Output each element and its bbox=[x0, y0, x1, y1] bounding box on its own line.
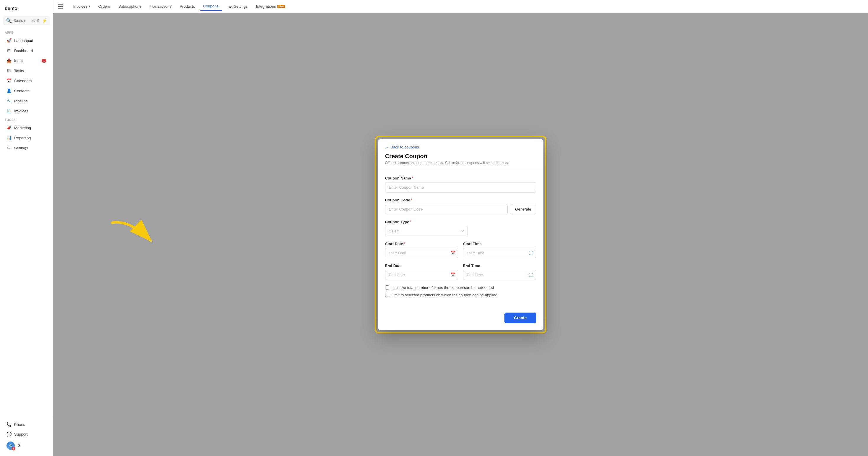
nav-invoices[interactable]: Invoices ▾ bbox=[70, 2, 94, 10]
start-datetime-row: Start Date * 📅 Start Time bbox=[385, 241, 536, 263]
end-date-input[interactable] bbox=[385, 270, 458, 280]
hamburger-line bbox=[58, 4, 63, 5]
tasks-icon: ☑ bbox=[6, 68, 11, 73]
sidebar-item-label: Pipeline bbox=[14, 99, 28, 103]
nav-coupons[interactable]: Coupons bbox=[200, 2, 222, 11]
avatar-badge: 5 bbox=[12, 447, 16, 450]
limit-total-checkbox-item[interactable]: Limit the total number of times the coup… bbox=[385, 285, 536, 290]
lightning-icon: ⚡ bbox=[42, 18, 47, 23]
start-time-input[interactable] bbox=[463, 248, 536, 258]
chevron-down-icon: ▾ bbox=[89, 5, 90, 8]
required-indicator: * bbox=[412, 176, 413, 180]
coupon-name-label: Coupon Name * bbox=[385, 176, 536, 180]
end-time-group: End Time 🕐 bbox=[463, 263, 536, 280]
sidebar-item-notifications[interactable]: G 5 G... bbox=[2, 439, 51, 452]
calendars-icon: 📅 bbox=[6, 78, 11, 83]
main-area: Invoices ▾ Orders Subscriptions Transact… bbox=[53, 0, 868, 456]
search-label: Search bbox=[13, 19, 29, 23]
nav-tax-settings[interactable]: Tax Settings bbox=[223, 2, 251, 10]
hamburger-line bbox=[58, 6, 63, 7]
back-to-coupons-link[interactable]: ← Back to coupons bbox=[385, 145, 536, 149]
start-date-input[interactable] bbox=[385, 248, 458, 258]
end-date-group: End Date 📅 bbox=[385, 263, 458, 280]
modal-body: Coupon Name * Coupon Code * bbox=[378, 170, 544, 309]
modal-subtitle: Offer discounts on one-time products. Su… bbox=[385, 161, 536, 165]
sidebar-item-label: Contacts bbox=[14, 89, 29, 93]
sidebar-item-settings[interactable]: ⚙ Settings bbox=[2, 143, 51, 152]
sidebar-item-label: Inbox bbox=[14, 59, 24, 63]
coupon-type-group: Coupon Type * Select Percentage Fixed Am… bbox=[385, 220, 536, 236]
nav-transactions[interactable]: Transactions bbox=[146, 2, 175, 10]
sidebar-item-inbox[interactable]: 📥 Inbox 1 bbox=[2, 56, 51, 65]
integrations-new-badge: New bbox=[277, 5, 285, 8]
nav-orders[interactable]: Orders bbox=[95, 2, 114, 10]
pipeline-icon: 🔧 bbox=[6, 98, 11, 103]
start-date-wrapper: 📅 bbox=[385, 248, 458, 258]
contacts-icon: 👤 bbox=[6, 88, 11, 93]
sidebar-item-label: Dashboard bbox=[14, 49, 33, 53]
marketing-icon: 📣 bbox=[6, 125, 11, 130]
sidebar-item-label: Support bbox=[14, 432, 28, 436]
modal-overlay: ← Back to coupons Create Coupon Offer di… bbox=[53, 13, 868, 456]
sidebar-item-invoices[interactable]: 🧾 Invoices bbox=[2, 106, 51, 116]
launchpad-icon: 🚀 bbox=[6, 38, 11, 43]
end-time-label: End Time bbox=[463, 263, 536, 268]
sidebar-item-support[interactable]: 💬 Support bbox=[2, 429, 51, 439]
end-date-label: End Date bbox=[385, 263, 458, 268]
start-date-group: Start Date * 📅 bbox=[385, 241, 458, 258]
sidebar-item-launchpad[interactable]: 🚀 Launchpad bbox=[2, 36, 51, 45]
end-time-input[interactable] bbox=[463, 270, 536, 280]
limit-total-checkbox[interactable] bbox=[385, 285, 389, 289]
sidebar-item-label: Tasks bbox=[14, 68, 24, 73]
required-indicator: * bbox=[404, 241, 405, 246]
sidebar-item-marketing[interactable]: 📣 Marketing bbox=[2, 123, 51, 133]
sidebar-item-tasks[interactable]: ☑ Tasks bbox=[2, 66, 51, 76]
phone-icon: 📞 bbox=[6, 422, 11, 427]
sidebar-item-calendars[interactable]: 📅 Calendars bbox=[2, 76, 51, 85]
sidebar-item-label: Marketing bbox=[14, 126, 31, 130]
sidebar-item-label: G... bbox=[18, 444, 23, 448]
end-date-wrapper: 📅 bbox=[385, 270, 458, 280]
sidebar-item-label: Reporting bbox=[14, 136, 31, 140]
generate-button[interactable]: Generate bbox=[510, 204, 536, 215]
coupon-name-input[interactable] bbox=[385, 182, 536, 193]
modal-title: Create Coupon bbox=[385, 153, 536, 160]
coupon-type-select[interactable]: Select Percentage Fixed Amount bbox=[385, 226, 468, 236]
modal-highlight-border: ← Back to coupons Create Coupon Offer di… bbox=[375, 136, 547, 333]
nav-products[interactable]: Products bbox=[176, 2, 198, 10]
tools-section-label: Tools bbox=[0, 116, 53, 123]
required-indicator: * bbox=[410, 220, 412, 224]
sidebar-item-label: Calendars bbox=[14, 79, 32, 83]
start-time-group: Start Time 🕐 bbox=[463, 241, 536, 258]
limit-products-checkbox[interactable] bbox=[385, 293, 389, 297]
apps-section-label: Apps bbox=[0, 29, 53, 35]
end-time-wrapper: 🕐 bbox=[463, 270, 536, 280]
inbox-badge: 1 bbox=[42, 59, 46, 63]
start-time-wrapper: 🕐 bbox=[463, 248, 536, 258]
avatar: G 5 bbox=[6, 441, 15, 450]
coupon-code-label: Coupon Code * bbox=[385, 198, 536, 202]
start-time-label: Start Time bbox=[463, 241, 536, 246]
coupon-code-input[interactable] bbox=[385, 204, 508, 215]
search-bar[interactable]: 🔍 Search ctrl K ⚡ bbox=[3, 16, 50, 25]
nav-subscriptions[interactable]: Subscriptions bbox=[115, 2, 145, 10]
sidebar-item-contacts[interactable]: 👤 Contacts bbox=[2, 86, 51, 95]
nav-integrations[interactable]: Integrations New bbox=[252, 2, 288, 10]
sidebar-item-pipeline[interactable]: 🔧 Pipeline bbox=[2, 96, 51, 106]
search-kbd: ctrl K bbox=[31, 19, 40, 23]
reporting-icon: 📊 bbox=[6, 136, 11, 140]
search-icon: 🔍 bbox=[6, 18, 12, 23]
limit-products-checkbox-item[interactable]: Limit to selected products on which the … bbox=[385, 293, 536, 297]
sidebar: demo. 🔍 Search ctrl K ⚡ Apps 🚀 Launchpad… bbox=[0, 0, 53, 456]
sidebar-item-phone[interactable]: 📞 Phone bbox=[2, 420, 51, 429]
modal-header: ← Back to coupons Create Coupon Offer di… bbox=[378, 139, 544, 170]
hamburger-line bbox=[58, 8, 63, 8]
dashboard-icon: ⊞ bbox=[6, 48, 11, 53]
sidebar-item-dashboard[interactable]: ⊞ Dashboard bbox=[2, 46, 51, 55]
coupon-code-group: Coupon Code * Generate bbox=[385, 198, 536, 215]
create-button[interactable]: Create bbox=[504, 313, 536, 323]
support-icon: 💬 bbox=[6, 432, 11, 436]
hamburger-menu[interactable] bbox=[58, 2, 66, 11]
start-date-label: Start Date * bbox=[385, 241, 458, 246]
sidebar-item-reporting[interactable]: 📊 Reporting bbox=[2, 133, 51, 143]
